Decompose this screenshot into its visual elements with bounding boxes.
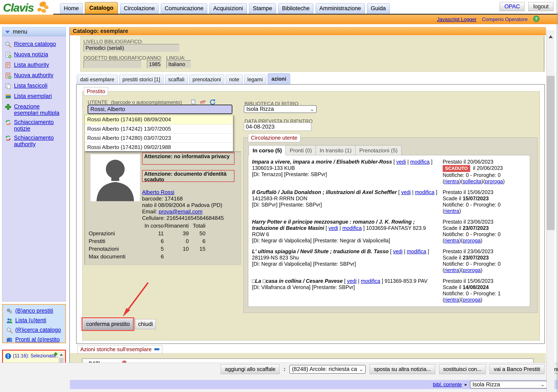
page-scroll-thumb[interactable]	[547, 76, 555, 230]
circ-tab-in-transito-1-[interactable]: In transito (1)	[316, 145, 356, 155]
circ-tab-pronti-0-[interactable]: Pronti (0)	[286, 145, 316, 155]
proroga-link[interactable]: proroga	[463, 238, 481, 243]
user-email-link[interactable]: prova@email.com	[158, 208, 202, 215]
circ-tab-in-corso-5-[interactable]: In corso (5)	[249, 145, 286, 155]
quick-link-item[interactable]: Lista (u)tenti	[5, 316, 65, 326]
rientra-link[interactable]: rientra	[444, 297, 459, 303]
sidebar-item[interactable]: Lista fascicoli	[2, 81, 66, 92]
tab-azioni[interactable]: azioni	[268, 73, 290, 85]
loan-status: Prestato il 20/06/2023SCADUTO il 20/06/2…	[443, 159, 526, 184]
tab-prestiti-storici-[interactable]: prestiti storici [1]	[119, 75, 164, 85]
autocomplete-suggestion[interactable]: Rossi Alberto (174168) 08/09/2004	[85, 115, 233, 124]
sidebar-item[interactable]: Lista esemplari	[2, 92, 66, 102]
sidebar-item-label: Lista fascicoli	[14, 83, 48, 89]
nav-tab-biblioteche[interactable]: Biblioteche	[278, 3, 313, 14]
proroga-link[interactable]: proroga	[463, 297, 481, 303]
logout-button[interactable]: logout	[528, 2, 553, 11]
proroga-link[interactable]: proroga	[485, 178, 503, 184]
current-library-bar: bibl. corrente ▸ Isola Rizza ⌄	[70, 380, 558, 389]
scaffale-select[interactable]: (8248) Arcole: richiesta ca ⌄	[289, 365, 366, 374]
vedi-link[interactable]: vedi	[396, 159, 406, 165]
modifica-link[interactable]: modifica	[407, 248, 426, 254]
tab-dati-esemplare[interactable]: dati esemplare	[77, 75, 118, 85]
vedi-link[interactable]: vedi	[329, 225, 338, 231]
sostituisci-button[interactable]: sostituisci con...	[439, 364, 486, 374]
vedi-link[interactable]: vedi	[347, 278, 357, 284]
sidebar-menu-header[interactable]: menu	[2, 27, 66, 36]
sidebar-item[interactable]: Schiacciamento notizie	[2, 118, 66, 133]
stats-value	[189, 253, 205, 261]
scroll-up-icon[interactable]	[549, 35, 553, 38]
privacy-warning: Attenzione: no informativa privacy	[142, 153, 235, 165]
lingua-field: Italiano	[166, 60, 191, 68]
azioni-storiche-header[interactable]: Azioni storiche sull'esemplare	[78, 345, 162, 354]
nav-tab-amministrazione[interactable]: Amministrazione	[316, 3, 365, 14]
aggiungi-scaffale-button[interactable]: aggiungi allo scaffale	[221, 364, 279, 374]
sidebar-item[interactable]: Nuova notizia	[2, 50, 66, 60]
nav-tab-comunicazione[interactable]: Comunicazione	[161, 3, 207, 14]
loan-description: □La □casa in collina / Cesare Pavese [ v…	[252, 278, 443, 303]
circ-tab-prenotazioni-5-[interactable]: Prenotazioni (5)	[356, 145, 401, 155]
user-name-link[interactable]: Alberto Rossi	[142, 189, 174, 195]
help-icon[interactable]: ?	[533, 15, 540, 23]
rientra-link[interactable]: rientra	[444, 208, 459, 214]
loan-row: □La □casa in collina / Cesare Pavese [ v…	[252, 278, 526, 303]
sidebar-item[interactable]: Nuova authority	[2, 71, 66, 81]
loan-location: [Di: SBPvr] [Prestante: SBPvr]	[252, 202, 440, 208]
sidebar-item[interactable]: Lista authority	[2, 60, 66, 71]
main-nav-tabs: HomeCatalogoCircolazioneComunicazioneAcq…	[60, 0, 390, 14]
tab-scaffali[interactable]: scaffali	[165, 75, 188, 85]
tab-legami[interactable]: legami	[244, 75, 266, 85]
biblioteca-ritiro-select[interactable]: Isola Rizza ⌄	[244, 105, 317, 113]
modifica-link[interactable]: modifica	[342, 225, 362, 231]
proroga-link[interactable]: proroga	[463, 267, 481, 273]
vedi-link[interactable]: vedi	[393, 248, 403, 254]
sposta-notizia-button[interactable]: sposta su altra notizia...	[370, 364, 435, 374]
rientra-link[interactable]: rientra	[444, 267, 459, 273]
collapse-minus-icon[interactable]	[154, 346, 160, 353]
nav-tab-circolazione[interactable]: Circolazione	[120, 3, 159, 14]
autocomplete-suggestion[interactable]: Rossi Alberto (174281) 09/02/1988	[85, 143, 233, 152]
rientra-link[interactable]: rientra	[444, 238, 459, 243]
sidebar-item[interactable]: Ricerca catalogo	[2, 40, 66, 50]
javascript-logger-link[interactable]: Javascript Logger	[437, 17, 476, 22]
rientra-link[interactable]: rientra	[444, 178, 459, 184]
utente-input[interactable]: Rossi, Alberto	[87, 105, 232, 114]
vedi-link[interactable]: vedi	[401, 189, 411, 195]
sidebar-item[interactable]: Schiacciamento authority	[2, 133, 66, 149]
partial-text: DATI	[89, 360, 100, 363]
nav-tab-guida[interactable]: Guida	[367, 3, 390, 14]
autocomplete-suggestion[interactable]: Rossi Alberto (174242) 13/07/2005	[85, 124, 233, 133]
modifica-link[interactable]: modifica	[410, 159, 429, 165]
tab-note[interactable]: note	[226, 75, 243, 85]
merge-records-icon	[5, 119, 12, 127]
modifica-link[interactable]: modifica	[361, 278, 380, 284]
quick-link-item[interactable]: Pronti al (p)restito	[5, 335, 65, 345]
modifica-link[interactable]: modifica	[415, 189, 434, 195]
bibl-corrente-link[interactable]: bibl. corrente	[433, 382, 462, 387]
nav-tab-home[interactable]: Home	[60, 3, 83, 14]
book-icon	[6, 337, 14, 344]
quick-link-item[interactable]: (B)anco prestiti	[5, 307, 65, 316]
opac-button[interactable]: OPAC	[500, 2, 525, 11]
sidebar-item[interactable]: Creazione esemplari multipla	[2, 102, 66, 118]
loan-row: Harry Potter e il principe mezzosangue :…	[252, 219, 526, 244]
nav-tab-catalogo[interactable]: Catalogo	[85, 2, 118, 14]
stats-value: 50	[189, 230, 205, 237]
scroll-up-icon[interactable]	[60, 354, 63, 356]
current-library-select[interactable]: Isola Rizza ⌄	[470, 381, 547, 388]
banco-prestiti-button[interactable]: vai a Banco Prestiti	[489, 364, 544, 374]
loan-location: [Di: Negrar di Valpolicella] [Prestante:…	[252, 237, 440, 244]
quick-link-item[interactable]: (R)icerca catalogo	[5, 326, 65, 335]
sollecita-link[interactable]: sollecita	[463, 178, 481, 184]
page-scrollbar[interactable]	[547, 30, 554, 392]
autocomplete-suggestion[interactable]: Rossi Alberto (174280) 03/07/2023	[85, 133, 233, 143]
tab-prenotazioni[interactable]: prenotazioni	[189, 75, 224, 85]
clavis-logo: Clavis	[3, 0, 49, 15]
nav-tab-acquisizioni[interactable]: Acquisizioni	[209, 3, 247, 14]
data-rientro-input[interactable]: 04-08-2023	[244, 123, 311, 131]
loan-prestato: Prestato il 23/06/2023	[443, 219, 526, 225]
plus-small-icon[interactable]	[54, 352, 58, 357]
stats-label: Max documenti	[89, 253, 141, 261]
nav-tab-stampe[interactable]: Stampe	[249, 3, 276, 14]
